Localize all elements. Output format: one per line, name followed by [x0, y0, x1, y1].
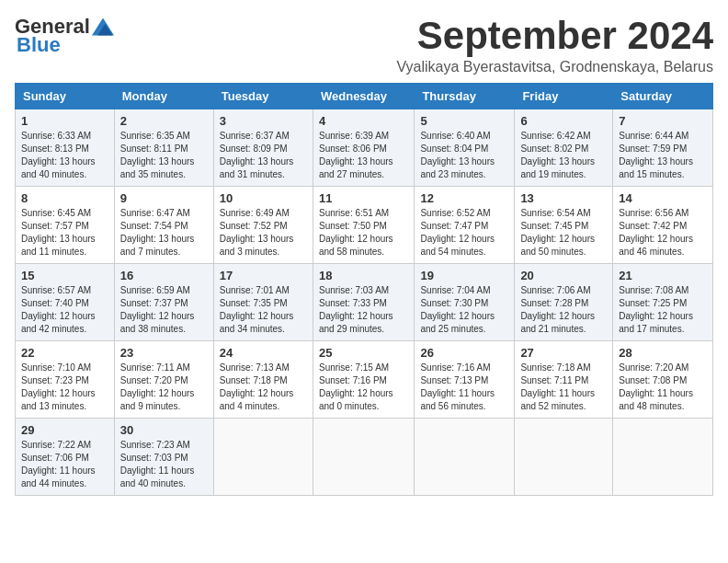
day-info: Sunrise: 7:08 AMSunset: 7:25 PMDaylight:… — [619, 284, 707, 336]
day-info: Sunrise: 6:49 AMSunset: 7:52 PMDaylight:… — [220, 207, 307, 259]
day-number: 2 — [120, 114, 208, 128]
calendar-cell: 29Sunrise: 7:22 AMSunset: 7:06 PMDayligh… — [16, 419, 115, 496]
header-monday: Monday — [114, 84, 213, 109]
day-info: Sunrise: 6:40 AMSunset: 8:04 PMDaylight:… — [420, 130, 508, 181]
calendar-cell: 25Sunrise: 7:15 AMSunset: 7:16 PMDayligh… — [313, 341, 414, 419]
calendar-cell: 6Sunrise: 6:42 AMSunset: 8:02 PMDaylight… — [515, 109, 613, 187]
day-info: Sunrise: 7:04 AMSunset: 7:30 PMDaylight:… — [420, 284, 508, 336]
day-number: 3 — [220, 114, 307, 128]
day-number: 18 — [319, 269, 408, 282]
day-info: Sunrise: 6:51 AMSunset: 7:50 PMDaylight:… — [319, 207, 408, 259]
day-info: Sunrise: 6:47 AMSunset: 7:54 PMDaylight:… — [120, 207, 208, 259]
day-number: 19 — [420, 269, 508, 282]
calendar-cell: 10Sunrise: 6:49 AMSunset: 7:52 PMDayligh… — [213, 187, 313, 264]
calendar-cell: 30Sunrise: 7:23 AMSunset: 7:03 PMDayligh… — [114, 419, 213, 496]
day-number: 14 — [619, 191, 707, 205]
day-info: Sunrise: 6:37 AMSunset: 8:09 PMDaylight:… — [220, 130, 307, 181]
calendar-cell: 23Sunrise: 7:11 AMSunset: 7:20 PMDayligh… — [114, 341, 213, 419]
header-row: SundayMondayTuesdayWednesdayThursdayFrid… — [16, 84, 713, 109]
week-row-4: 22Sunrise: 7:10 AMSunset: 7:23 PMDayligh… — [16, 341, 713, 419]
logo: General Blue — [15, 15, 114, 57]
subtitle: Vyalikaya Byerastavitsa, Grodnenskaya, B… — [397, 59, 713, 75]
title-section: September 2024 Vyalikaya Byerastavitsa, … — [397, 15, 713, 75]
day-info: Sunrise: 7:20 AMSunset: 7:08 PMDaylight:… — [619, 362, 707, 413]
day-number: 23 — [120, 346, 208, 360]
day-number: 10 — [220, 191, 307, 205]
day-number: 17 — [220, 269, 307, 282]
day-info: Sunrise: 7:13 AMSunset: 7:18 PMDaylight:… — [220, 362, 307, 413]
calendar-cell: 16Sunrise: 6:59 AMSunset: 7:37 PMDayligh… — [114, 264, 213, 341]
day-number: 7 — [619, 114, 707, 128]
calendar-cell: 12Sunrise: 6:52 AMSunset: 7:47 PMDayligh… — [415, 187, 515, 264]
calendar-cell — [515, 419, 613, 496]
day-number: 26 — [420, 346, 508, 360]
week-row-3: 15Sunrise: 6:57 AMSunset: 7:40 PMDayligh… — [16, 264, 713, 341]
calendar-cell: 27Sunrise: 7:18 AMSunset: 7:11 PMDayligh… — [515, 341, 613, 419]
header-friday: Friday — [515, 84, 613, 109]
day-number: 11 — [319, 191, 408, 205]
day-number: 25 — [319, 346, 408, 360]
day-number: 22 — [21, 346, 108, 360]
day-info: Sunrise: 6:42 AMSunset: 8:02 PMDaylight:… — [520, 130, 607, 181]
calendar-cell: 18Sunrise: 7:03 AMSunset: 7:33 PMDayligh… — [313, 264, 414, 341]
header-tuesday: Tuesday — [213, 84, 313, 109]
calendar-cell — [213, 419, 313, 496]
day-number: 21 — [619, 269, 707, 282]
day-info: Sunrise: 6:52 AMSunset: 7:47 PMDaylight:… — [420, 207, 508, 259]
calendar-cell: 15Sunrise: 6:57 AMSunset: 7:40 PMDayligh… — [16, 264, 115, 341]
day-info: Sunrise: 6:33 AMSunset: 8:13 PMDaylight:… — [21, 130, 108, 181]
calendar-cell: 17Sunrise: 7:01 AMSunset: 7:35 PMDayligh… — [213, 264, 313, 341]
page-header: General Blue September 2024 Vyalikaya By… — [15, 15, 713, 75]
calendar-cell: 24Sunrise: 7:13 AMSunset: 7:18 PMDayligh… — [213, 341, 313, 419]
calendar-cell: 2Sunrise: 6:35 AMSunset: 8:11 PMDaylight… — [114, 109, 213, 187]
calendar-cell: 13Sunrise: 6:54 AMSunset: 7:45 PMDayligh… — [515, 187, 613, 264]
calendar-cell: 7Sunrise: 6:44 AMSunset: 7:59 PMDaylight… — [613, 109, 713, 187]
logo-icon — [92, 17, 114, 36]
day-info: Sunrise: 7:22 AMSunset: 7:06 PMDaylight:… — [21, 439, 108, 490]
header-thursday: Thursday — [415, 84, 515, 109]
day-number: 15 — [21, 269, 108, 282]
day-number: 9 — [120, 191, 208, 205]
calendar-cell — [613, 419, 713, 496]
calendar-cell: 28Sunrise: 7:20 AMSunset: 7:08 PMDayligh… — [613, 341, 713, 419]
day-info: Sunrise: 6:57 AMSunset: 7:40 PMDaylight:… — [21, 284, 108, 336]
day-info: Sunrise: 7:18 AMSunset: 7:11 PMDaylight:… — [520, 362, 607, 413]
day-number: 27 — [520, 346, 607, 360]
calendar-cell: 11Sunrise: 6:51 AMSunset: 7:50 PMDayligh… — [313, 187, 414, 264]
day-number: 16 — [120, 269, 208, 282]
calendar-cell: 4Sunrise: 6:39 AMSunset: 8:06 PMDaylight… — [313, 109, 414, 187]
day-number: 12 — [420, 191, 508, 205]
day-number: 5 — [420, 114, 508, 128]
logo-blue: Blue — [17, 33, 61, 57]
calendar-cell: 21Sunrise: 7:08 AMSunset: 7:25 PMDayligh… — [613, 264, 713, 341]
day-info: Sunrise: 7:06 AMSunset: 7:28 PMDaylight:… — [520, 284, 607, 336]
calendar-cell: 14Sunrise: 6:56 AMSunset: 7:42 PMDayligh… — [613, 187, 713, 264]
calendar-cell: 22Sunrise: 7:10 AMSunset: 7:23 PMDayligh… — [16, 341, 115, 419]
day-number: 29 — [21, 423, 108, 437]
day-number: 30 — [120, 423, 208, 437]
day-info: Sunrise: 7:11 AMSunset: 7:20 PMDaylight:… — [120, 362, 208, 413]
day-number: 8 — [21, 191, 108, 205]
day-info: Sunrise: 6:35 AMSunset: 8:11 PMDaylight:… — [120, 130, 208, 181]
calendar-cell: 20Sunrise: 7:06 AMSunset: 7:28 PMDayligh… — [515, 264, 613, 341]
day-number: 13 — [520, 191, 607, 205]
week-row-1: 1Sunrise: 6:33 AMSunset: 8:13 PMDaylight… — [16, 109, 713, 187]
day-info: Sunrise: 7:16 AMSunset: 7:13 PMDaylight:… — [420, 362, 508, 413]
day-info: Sunrise: 7:23 AMSunset: 7:03 PMDaylight:… — [120, 439, 208, 490]
calendar-cell: 3Sunrise: 6:37 AMSunset: 8:09 PMDaylight… — [213, 109, 313, 187]
header-wednesday: Wednesday — [313, 84, 414, 109]
header-saturday: Saturday — [613, 84, 713, 109]
day-info: Sunrise: 7:03 AMSunset: 7:33 PMDaylight:… — [319, 284, 408, 336]
day-info: Sunrise: 7:15 AMSunset: 7:16 PMDaylight:… — [319, 362, 408, 413]
day-number: 4 — [319, 114, 408, 128]
day-info: Sunrise: 7:10 AMSunset: 7:23 PMDaylight:… — [21, 362, 108, 413]
day-number: 28 — [619, 346, 707, 360]
day-number: 24 — [220, 346, 307, 360]
day-info: Sunrise: 6:45 AMSunset: 7:57 PMDaylight:… — [21, 207, 108, 259]
day-info: Sunrise: 6:54 AMSunset: 7:45 PMDaylight:… — [520, 207, 607, 259]
calendar-cell — [313, 419, 414, 496]
calendar-cell: 19Sunrise: 7:04 AMSunset: 7:30 PMDayligh… — [415, 264, 515, 341]
calendar-cell: 26Sunrise: 7:16 AMSunset: 7:13 PMDayligh… — [415, 341, 515, 419]
day-number: 20 — [520, 269, 607, 282]
calendar-table: SundayMondayTuesdayWednesdayThursdayFrid… — [15, 83, 713, 496]
